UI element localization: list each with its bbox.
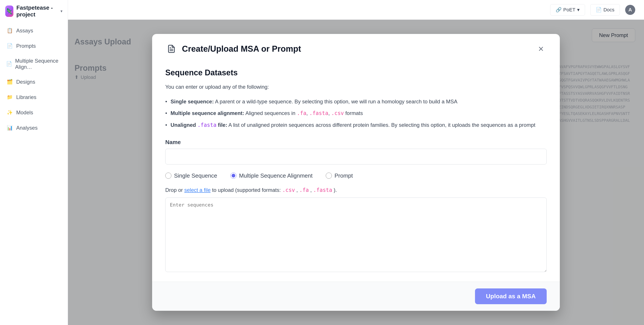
radio-group: Single Sequence Multiple Sequence Alignm… <box>165 172 547 179</box>
sidebar-header: 🦎 Fastpetease - project ▾ <box>0 4 68 23</box>
main-content: New Prompt Assays Upload Prompts ⬆ Uploa… <box>68 20 644 325</box>
sidebar-item-analyses[interactable]: 📊 Analyses <box>3 120 65 135</box>
bullet-3-prefix: Unaligned <box>170 122 198 128</box>
upload-format-fasta: .fasta <box>313 187 332 193</box>
upload-hint: Drop or select a file to upload (support… <box>165 187 547 193</box>
name-label: Name <box>165 139 547 146</box>
upload-hint-suffix: to upload (supported formats: <box>212 187 282 193</box>
app-title: Fastpetease - project <box>16 4 56 18</box>
upload-msa-button[interactable]: Upload as a MSA <box>475 289 547 304</box>
sequence-textarea[interactable] <box>165 198 547 272</box>
docs-button[interactable]: 📄 Docs <box>590 4 620 15</box>
radio-prompt[interactable] <box>326 173 332 179</box>
upload-format-fa: .fa <box>299 187 309 193</box>
modal-body: Sequence Datasets You can enter or uploa… <box>152 61 560 282</box>
modal-close-button[interactable] <box>535 43 547 54</box>
bullet-2-prefix: Multiple sequence alignment: <box>170 110 244 116</box>
topbar: 🔗 PoET ▾ 📄 Docs A <box>68 0 644 20</box>
modal: Create/Upload MSA or Prompt Sequence Dat… <box>152 34 560 311</box>
sidebar: 🦎 Fastpetease - project ▾ 📋 Assays 📄 Pro… <box>0 0 68 325</box>
format-fasta-inline: .fasta <box>198 122 216 128</box>
designs-icon: 🗂️ <box>6 78 13 85</box>
bullet-3-file: file: <box>216 122 227 128</box>
modal-title-row: Create/Upload MSA or Prompt <box>165 43 301 55</box>
section-heading: Sequence Datasets <box>165 68 547 77</box>
bullet-2-suffix: formats <box>345 110 363 116</box>
format-fa: .fa <box>297 110 306 116</box>
bullet-1-text: A parent or a wild-type sequence. By sel… <box>215 99 458 104</box>
radio-label-msa: Multiple Sequence Alignment <box>239 172 312 179</box>
radio-option-single-sequence[interactable]: Single Sequence <box>165 172 217 179</box>
upload-format-csv: .csv <box>282 187 295 193</box>
models-icon: ✨ <box>6 109 13 116</box>
poet-icon: 🔗 <box>556 7 562 13</box>
msa-icon: 📄 <box>6 60 12 67</box>
bullet-1-prefix: Single sequence: <box>170 99 214 104</box>
modal-title: Create/Upload MSA or Prompt <box>182 44 301 54</box>
user-avatar[interactable]: A <box>625 5 635 15</box>
sidebar-item-label-prompts: Prompts <box>16 43 36 49</box>
libraries-icon: 📁 <box>6 94 13 101</box>
bullet-2-text: Aligned sequences in <box>245 110 297 116</box>
bullet-single-sequence: Single sequence: A parent or a wild-type… <box>165 97 547 106</box>
docs-label: Docs <box>604 7 614 13</box>
sidebar-item-label-msa: Multiple Sequence Align… <box>15 58 62 70</box>
radio-msa[interactable] <box>230 173 236 179</box>
sidebar-item-msa[interactable]: 📄 Multiple Sequence Align… <box>3 54 65 74</box>
sidebar-item-label-libraries: Libraries <box>16 94 36 100</box>
upload-hint-prefix: Drop or <box>165 187 184 193</box>
radio-label-single-sequence: Single Sequence <box>174 172 217 179</box>
sidebar-item-prompts[interactable]: 📄 Prompts <box>3 38 65 53</box>
bullet-3-text: A list of unaligned protein sequences ac… <box>228 122 535 128</box>
dropdown-icon[interactable]: ▾ <box>60 9 62 13</box>
app-logo: 🦎 <box>5 5 13 17</box>
analyses-icon: 📊 <box>6 124 13 131</box>
format-fasta: .fasta <box>309 110 328 116</box>
modal-footer: Upload as a MSA <box>152 282 560 311</box>
modal-header: Create/Upload MSA or Prompt <box>152 34 560 61</box>
format-csv: .csv <box>331 110 344 116</box>
radio-single-sequence[interactable] <box>165 173 172 179</box>
sidebar-item-label-assays: Assays <box>16 27 33 34</box>
sidebar-item-libraries[interactable]: 📁 Libraries <box>3 90 65 105</box>
bullet-unaligned: Unaligned .fasta file: A list of unalign… <box>165 120 547 130</box>
poet-button[interactable]: 🔗 PoET ▾ <box>550 4 585 15</box>
description-text: You can enter or upload any of the follo… <box>165 83 547 91</box>
radio-option-msa[interactable]: Multiple Sequence Alignment <box>230 172 312 179</box>
sidebar-item-label-analyses: Analyses <box>16 125 38 131</box>
radio-option-prompt[interactable]: Prompt <box>326 172 353 179</box>
sidebar-item-label-designs: Designs <box>16 79 35 85</box>
poet-chevron-icon: ▾ <box>577 7 580 13</box>
select-file-link[interactable]: select a file <box>184 187 211 193</box>
poet-label: PoET <box>563 7 576 13</box>
sidebar-item-models[interactable]: ✨ Models <box>3 105 65 120</box>
sidebar-nav: 📋 Assays 📄 Prompts 📄 Multiple Sequence A… <box>0 23 68 135</box>
docs-icon: 📄 <box>596 7 602 13</box>
prompts-icon: 📄 <box>6 42 13 49</box>
assays-icon: 📋 <box>6 27 13 34</box>
name-input[interactable] <box>165 149 547 164</box>
radio-label-prompt: Prompt <box>334 172 353 179</box>
bullet-msa: Multiple sequence alignment: Aligned seq… <box>165 108 547 118</box>
bullet-list: Single sequence: A parent or a wild-type… <box>165 97 547 130</box>
sidebar-item-designs[interactable]: 🗂️ Designs <box>3 74 65 89</box>
sidebar-item-assays[interactable]: 📋 Assays <box>3 23 65 38</box>
sidebar-item-label-models: Models <box>16 109 33 116</box>
modal-document-icon <box>165 43 178 55</box>
modal-overlay[interactable]: Create/Upload MSA or Prompt Sequence Dat… <box>68 20 644 325</box>
